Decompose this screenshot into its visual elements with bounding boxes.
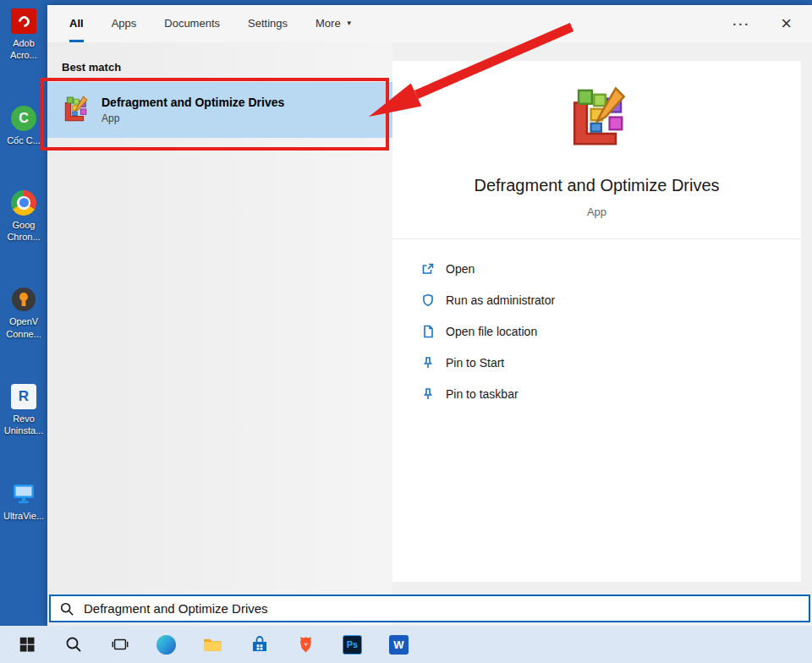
best-match-heading: Best match: [47, 42, 392, 82]
taskbar-brave[interactable]: [283, 626, 329, 663]
action-pin-to-start[interactable]: Pin to Start: [421, 347, 801, 378]
window-controls: ··· ×: [732, 5, 792, 42]
photoshop-icon: Ps: [343, 635, 362, 655]
taskbar-search-button[interactable]: [50, 626, 96, 663]
desktop-shortcut-label: Revo Uninsta...: [4, 413, 43, 437]
preview-title: Defragment and Optimize Drives: [474, 176, 719, 195]
pin-icon: [421, 387, 435, 401]
search-icon: [64, 635, 83, 654]
desktop-shortcut-chrome[interactable]: Goog Chron...: [0, 190, 47, 244]
revo-icon: R: [11, 384, 36, 409]
best-match-result[interactable]: Defragment and Optimize Drives App: [47, 82, 392, 138]
adobe-acrobat-icon: [11, 8, 36, 34]
openvpn-icon: [11, 287, 36, 312]
taskbar-word[interactable]: W: [376, 626, 422, 663]
search-content: Best match Defragment and Optimize Drive…: [47, 42, 812, 626]
chevron-down-icon: ▼: [346, 19, 353, 27]
action-label: Pin to Start: [446, 356, 504, 370]
action-label: Open file location: [446, 325, 537, 338]
desktop-shortcut-openvpn[interactable]: OpenV Conne...: [0, 287, 47, 340]
context-actions: Open Run as administrator Open file loca…: [392, 239, 801, 409]
tab-settings[interactable]: Settings: [248, 5, 288, 42]
action-pin-to-taskbar[interactable]: Pin to taskbar: [421, 378, 801, 409]
tab-all[interactable]: All: [69, 5, 84, 42]
action-open-file-location[interactable]: Open file location: [421, 315, 801, 347]
taskbar-photoshop[interactable]: Ps: [329, 626, 376, 663]
desktop-shortcut-label: UltraVie...: [3, 510, 44, 522]
desktop-background: Adob Acro... C Cốc C... Goog Chron... Op…: [0, 0, 47, 626]
desktop-shortcut-label: Cốc C...: [7, 134, 41, 146]
taskbar-file-explorer[interactable]: [189, 626, 236, 663]
taskbar-store[interactable]: [236, 626, 283, 663]
word-icon: W: [389, 635, 409, 655]
open-icon: [421, 262, 435, 276]
defrag-app-icon-large: [564, 86, 630, 152]
taskbar: Ps W: [0, 626, 812, 663]
screen: Adob Acro... C Cốc C... Goog Chron... Op…: [0, 0, 812, 663]
desktop-shortcut-adobe[interactable]: Adob Acro...: [0, 8, 47, 62]
windows-logo-icon: [18, 635, 36, 654]
close-icon[interactable]: ×: [781, 14, 792, 33]
search-bar: [49, 595, 810, 622]
store-icon: [250, 634, 270, 655]
taskbar-edge[interactable]: [143, 626, 189, 663]
more-options-icon[interactable]: ···: [732, 17, 750, 31]
preview-subtitle: App: [587, 205, 606, 218]
file-location-icon: [421, 325, 435, 338]
action-label: Open: [446, 262, 475, 276]
tab-documents[interactable]: Documents: [164, 5, 220, 42]
pin-icon: [421, 356, 435, 370]
defrag-app-icon: [61, 96, 90, 124]
tab-more[interactable]: More ▼: [315, 5, 353, 42]
search-window: All Apps Documents Settings More ▼ ··· ×…: [47, 5, 812, 626]
desktop-shortcut-label: Adob Acro...: [10, 37, 37, 62]
action-label: Pin to taskbar: [446, 387, 518, 401]
task-view-button[interactable]: [96, 626, 143, 663]
desktop-shortcut-label: Goog Chron...: [7, 219, 40, 244]
coccoc-icon: C: [11, 106, 36, 131]
brave-icon: [296, 635, 315, 655]
preview-panel: Defragment and Optimize Drives App Open: [392, 61, 801, 582]
start-button[interactable]: [3, 626, 50, 663]
action-open[interactable]: Open: [421, 253, 801, 284]
ultraviewer-icon: [11, 481, 36, 507]
action-run-as-administrator[interactable]: Run as administrator: [421, 284, 801, 315]
result-title: Defragment and Optimize Drives: [102, 96, 284, 109]
result-subtitle: App: [102, 112, 284, 124]
tab-apps[interactable]: Apps: [112, 5, 137, 42]
results-column: Best match Defragment and Optimize Drive…: [47, 42, 392, 626]
file-explorer-icon: [202, 634, 223, 655]
desktop-shortcut-ultraviewer[interactable]: UltraVie...: [0, 481, 47, 522]
desktop-shortcut-revo[interactable]: R Revo Uninsta...: [0, 384, 47, 437]
action-label: Run as administrator: [446, 293, 555, 307]
search-tabs-bar: All Apps Documents Settings More ▼ ··· ×: [47, 5, 812, 42]
result-text: Defragment and Optimize Drives App: [102, 96, 284, 124]
task-view-icon: [111, 635, 129, 654]
search-input[interactable]: [84, 601, 800, 616]
search-icon: [59, 601, 74, 616]
admin-shield-icon: [421, 293, 435, 307]
chrome-icon: [11, 190, 36, 216]
edge-icon: [156, 635, 176, 655]
desktop-shortcut-label: OpenV Conne...: [6, 315, 41, 340]
desktop-shortcut-coccoc[interactable]: C Cốc C...: [0, 106, 47, 146]
